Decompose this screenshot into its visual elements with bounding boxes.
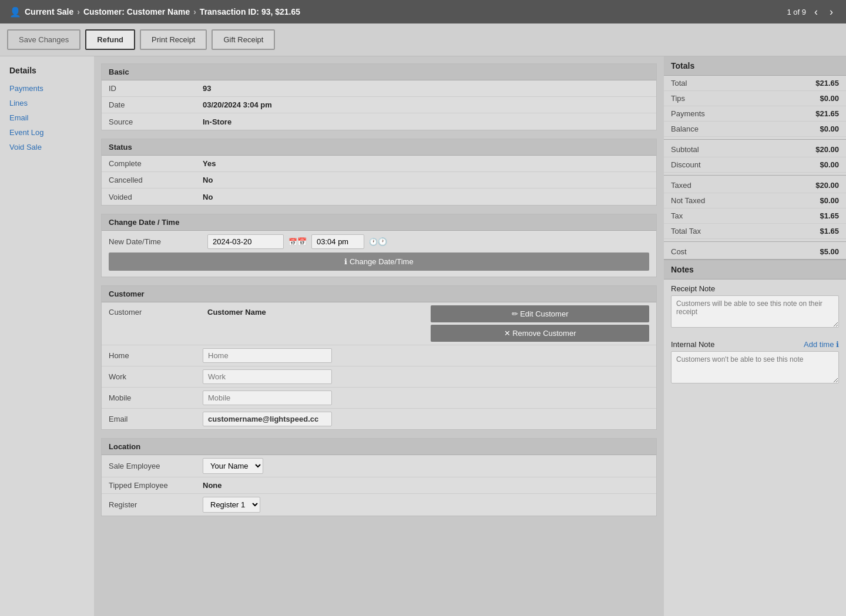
location-section: Location Sale Employee Your Name Tipped …	[101, 438, 657, 516]
id-label: ID	[109, 84, 203, 93]
internal-note-label-row: Internal Note Add time ℹ	[664, 335, 846, 351]
total-tax-row: Total Tax $1.65	[664, 224, 846, 239]
discount-row: Discount $0.00	[664, 157, 846, 173]
sale-employee-label: Sale Employee	[109, 462, 203, 470]
pagination-label: 1 of 9	[787, 8, 806, 16]
internal-note-label: Internal Note	[671, 340, 714, 349]
breadcrumb-transaction: Transaction ID: 93, $21.65	[200, 7, 300, 16]
divider-2	[664, 175, 846, 176]
not-taxed-row: Not Taxed $0.00	[664, 193, 846, 208]
total-tax-label: Total Tax	[671, 227, 701, 235]
top-nav: Current Sale › Customer: Customer Name ›…	[0, 0, 846, 23]
cost-value: $5.00	[820, 247, 839, 256]
breadcrumb-customer[interactable]: Customer: Customer Name	[83, 7, 190, 16]
sidebar-item-lines[interactable]: Lines	[0, 96, 94, 110]
prev-button[interactable]: ‹	[811, 5, 821, 19]
receipt-note-textarea[interactable]	[671, 295, 839, 328]
gift-receipt-button[interactable]: Gift Receipt	[212, 29, 275, 50]
time-input[interactable]	[311, 234, 364, 249]
sale-employee-select[interactable]: Your Name	[203, 458, 263, 474]
edit-customer-button[interactable]: ✏ Edit Customer	[431, 305, 649, 322]
sidebar-item-payments[interactable]: Payments	[0, 81, 94, 96]
date-value: 03/20/2024 3:04 pm	[203, 100, 272, 109]
balance-label: Balance	[671, 124, 699, 133]
customer-name-value: Customer Name	[207, 305, 426, 317]
customer-name-label: Customer	[109, 305, 203, 317]
subtotal-row: Subtotal $20.00	[664, 142, 846, 157]
not-taxed-label: Not Taxed	[671, 196, 705, 205]
internal-note-textarea[interactable]	[671, 351, 839, 383]
pagination-controls: 1 of 9 ‹ ›	[787, 5, 837, 19]
sidebar-item-email[interactable]: Email	[0, 110, 94, 125]
not-taxed-value: $0.00	[820, 196, 839, 205]
change-datetime-header: Change Date / Time	[102, 214, 656, 231]
receipt-note-label: Receipt Note	[671, 284, 715, 293]
email-input[interactable]	[203, 412, 332, 426]
change-datetime-button[interactable]: ℹ Change Date/Time	[109, 253, 649, 271]
subtotal-label: Subtotal	[671, 145, 699, 154]
complete-value: Yes	[203, 159, 216, 168]
remove-customer-button[interactable]: ✕ Remove Customer	[431, 325, 649, 342]
date-label: Date	[109, 100, 203, 109]
totals-section: Totals Total $21.65 Tips $0.00 Payments …	[664, 56, 846, 259]
breadcrumb-current-sale[interactable]: Current Sale	[25, 7, 73, 16]
next-button[interactable]: ›	[826, 5, 837, 19]
basic-section: Basic ID 93 Date 03/20/2024 3:04 pm Sour…	[101, 63, 657, 130]
customer-home-row: Home	[102, 345, 656, 366]
complete-label: Complete	[109, 159, 203, 168]
refund-button[interactable]: Refund	[85, 29, 135, 50]
person-icon	[9, 6, 21, 18]
content-area: Basic ID 93 Date 03/20/2024 3:04 pm Sour…	[94, 56, 664, 616]
right-panel: Totals Total $21.65 Tips $0.00 Payments …	[664, 56, 846, 616]
home-input[interactable]	[203, 348, 332, 363]
discount-value: $0.00	[820, 160, 839, 169]
breadcrumb-sep-1: ›	[77, 7, 80, 16]
add-time-link[interactable]: Add time ℹ	[804, 340, 839, 349]
tips-label: Tips	[671, 94, 685, 103]
balance-value: $0.00	[820, 124, 839, 133]
mobile-input[interactable]	[203, 391, 332, 405]
status-row-cancelled: Cancelled No	[102, 172, 656, 188]
status-row-complete: Complete Yes	[102, 156, 656, 172]
clock-icon: 🕐	[369, 237, 387, 246]
basic-row-source: Source In-Store	[102, 113, 656, 130]
date-input[interactable]	[207, 234, 284, 249]
sidebar-item-void-sale[interactable]: Void Sale	[0, 140, 94, 154]
customer-mobile-row: Mobile	[102, 388, 656, 409]
print-receipt-button[interactable]: Print Receipt	[140, 29, 207, 50]
divider-3	[664, 241, 846, 242]
taxed-label: Taxed	[671, 181, 691, 190]
customer-section: Customer Customer Customer Name ✏ Edit C…	[101, 285, 657, 430]
sidebar: Details Payments Lines Email Event Log V…	[0, 56, 94, 616]
save-changes-button[interactable]: Save Changes	[7, 29, 80, 50]
voided-value: No	[203, 193, 213, 201]
sidebar-item-event-log[interactable]: Event Log	[0, 125, 94, 140]
subtotal-value: $20.00	[815, 145, 839, 154]
sidebar-title: Details	[0, 66, 94, 81]
customer-name-row: Customer Customer Name ✏ Edit Customer ✕…	[102, 302, 656, 345]
register-select[interactable]: Register 1	[203, 497, 260, 513]
payments-row: Payments $21.65	[664, 106, 846, 122]
cancelled-value: No	[203, 176, 213, 184]
status-row-voided: Voided No	[102, 188, 656, 205]
calendar-icon: 📅	[288, 237, 307, 246]
cost-label: Cost	[671, 247, 687, 256]
source-value: In-Store	[203, 117, 231, 126]
x-icon: ✕	[504, 329, 513, 338]
notes-header: Notes	[664, 260, 846, 280]
basic-header: Basic	[102, 64, 656, 80]
customer-work-row: Work	[102, 366, 656, 388]
pencil-icon: ✏	[512, 309, 521, 318]
tax-row: Tax $1.65	[664, 208, 846, 224]
location-register-row: Register Register 1	[102, 494, 656, 516]
tipped-employee-label: Tipped Employee	[109, 481, 203, 490]
toolbar: Save Changes Refund Print Receipt Gift R…	[0, 23, 846, 56]
status-header: Status	[102, 139, 656, 156]
total-label: Total	[671, 79, 687, 87]
cancelled-label: Cancelled	[109, 176, 203, 184]
location-header: Location	[102, 439, 656, 455]
breadcrumb: Current Sale › Customer: Customer Name ›…	[9, 6, 300, 18]
receipt-note-label-row: Receipt Note	[664, 280, 846, 295]
tips-value: $0.00	[820, 94, 839, 103]
work-input[interactable]	[203, 369, 332, 384]
